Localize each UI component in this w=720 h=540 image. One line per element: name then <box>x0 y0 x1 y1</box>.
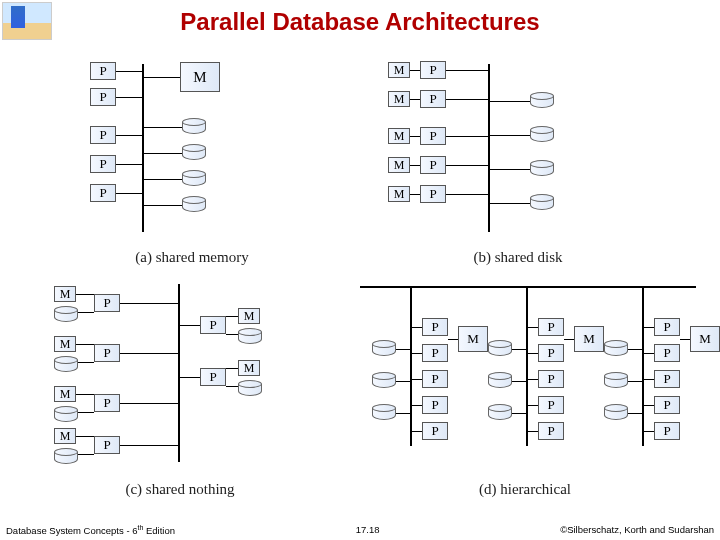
disk-icon <box>54 306 78 324</box>
caption-c: (c) shared nothing <box>50 481 310 498</box>
memory-box: M <box>690 326 720 352</box>
processor-box: P <box>94 394 120 412</box>
label-m: M <box>394 129 405 144</box>
label-m: M <box>193 69 206 86</box>
label-m: M <box>60 387 71 402</box>
label-p: P <box>429 157 436 173</box>
processor-box: P <box>422 370 448 388</box>
disk-icon <box>238 380 262 398</box>
label-m: M <box>467 331 479 347</box>
processor-box: P <box>654 318 680 336</box>
processor-box: P <box>422 396 448 414</box>
label-m: M <box>583 331 595 347</box>
memory-box: M <box>54 428 76 444</box>
disk-icon <box>54 448 78 466</box>
caption-d: (d) hierarchical <box>350 481 700 498</box>
processor-box: P <box>90 62 116 80</box>
disk-icon <box>530 126 554 144</box>
label-p: P <box>99 63 106 79</box>
panel-a-shared-memory: P P P P P M (a) shared memory <box>62 56 322 266</box>
label-p: P <box>547 319 554 335</box>
label-p: P <box>103 437 110 453</box>
processor-box: P <box>94 344 120 362</box>
memory-box: M <box>54 336 76 352</box>
processor-box: P <box>538 422 564 440</box>
processor-box: P <box>420 156 446 174</box>
processor-box: P <box>420 127 446 145</box>
processor-box: P <box>654 370 680 388</box>
label-m: M <box>394 187 405 202</box>
label-p: P <box>209 369 216 385</box>
panel-b-shared-disk: M P M P M P M P M P (b) shared disk <box>368 56 668 266</box>
label-p: P <box>663 319 670 335</box>
label-p: P <box>431 345 438 361</box>
label-p: P <box>99 185 106 201</box>
label-p: P <box>431 397 438 413</box>
label-p: P <box>431 423 438 439</box>
disk-icon <box>488 404 512 422</box>
label-p: P <box>99 156 106 172</box>
processor-box: P <box>200 316 226 334</box>
processor-box: P <box>538 396 564 414</box>
panel-c-shared-nothing: M P M P M P M P P M P M <box>50 278 310 498</box>
disk-icon <box>488 372 512 390</box>
label-m: M <box>60 337 71 352</box>
label-p: P <box>103 395 110 411</box>
label-p: P <box>547 371 554 387</box>
memory-box: M <box>238 308 260 324</box>
processor-box: P <box>420 185 446 203</box>
panel-d-hierarchical: P P P P P M P P P P P M <box>350 278 700 498</box>
figure: P P P P P M (a) shared memory M P M P M … <box>0 48 720 514</box>
disk-icon <box>182 196 206 214</box>
caption-a: (a) shared memory <box>62 249 322 266</box>
memory-box: M <box>54 386 76 402</box>
label-m: M <box>244 309 255 324</box>
memory-box: M <box>180 62 220 92</box>
label-p: P <box>429 91 436 107</box>
processor-box: P <box>654 422 680 440</box>
disk-icon <box>372 340 396 358</box>
label-m: M <box>60 429 71 444</box>
label-p: P <box>663 423 670 439</box>
disk-icon <box>604 404 628 422</box>
disk-icon <box>372 372 396 390</box>
label-p: P <box>431 319 438 335</box>
memory-box: M <box>54 286 76 302</box>
disk-icon <box>182 144 206 162</box>
disk-icon <box>530 194 554 212</box>
processor-box: P <box>94 436 120 454</box>
label-m: M <box>699 331 711 347</box>
disk-icon <box>238 328 262 346</box>
label-p: P <box>663 371 670 387</box>
memory-box: M <box>388 157 410 173</box>
disk-icon <box>54 356 78 374</box>
label-p: P <box>429 62 436 78</box>
label-p: P <box>547 423 554 439</box>
memory-box: M <box>388 91 410 107</box>
book-logo <box>2 2 52 40</box>
label-m: M <box>60 287 71 302</box>
label-p: P <box>429 128 436 144</box>
memory-box: M <box>388 62 410 78</box>
memory-box: M <box>574 326 604 352</box>
label-m: M <box>394 63 405 78</box>
label-p: P <box>547 345 554 361</box>
disk-icon <box>530 160 554 178</box>
label-p: P <box>99 89 106 105</box>
processor-box: P <box>422 318 448 336</box>
slide-footer: Database System Concepts - 6th Edition 1… <box>0 524 720 536</box>
footer-copyright: ©Silberschatz, Korth and Sudarshan <box>560 524 714 536</box>
processor-box: P <box>200 368 226 386</box>
label-p: P <box>103 345 110 361</box>
processor-box: P <box>422 344 448 362</box>
label-m: M <box>394 92 405 107</box>
label-p: P <box>99 127 106 143</box>
processor-box: P <box>538 318 564 336</box>
processor-box: P <box>90 184 116 202</box>
label-p: P <box>663 397 670 413</box>
processor-box: P <box>654 344 680 362</box>
memory-box: M <box>458 326 488 352</box>
memory-box: M <box>238 360 260 376</box>
label-p: P <box>209 317 216 333</box>
processor-box: P <box>90 126 116 144</box>
